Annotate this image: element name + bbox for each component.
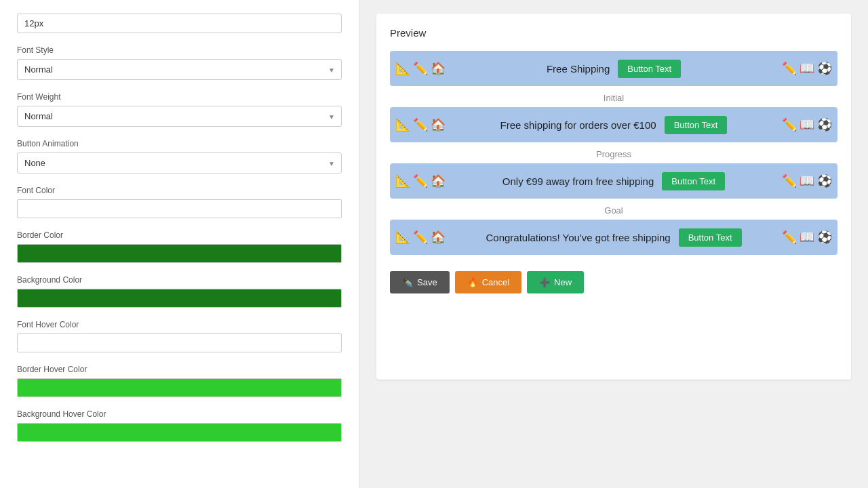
- pencil-right-icon-3: ✏️: [782, 174, 797, 188]
- font-style-select-wrapper: Normal Italic Oblique ▼: [17, 59, 342, 80]
- pencil-right-icon-2: ✏️: [782, 117, 797, 132]
- soccer-icon: ⚽: [817, 61, 832, 76]
- banner-wrapper-progress: 📐 ✏️ 🏠 Only €99 away from free shipping …: [390, 163, 837, 199]
- pencil-right-icon: ✏️: [782, 61, 797, 76]
- background-color-group: Background Color: [17, 275, 342, 308]
- save-button[interactable]: ✒️ Save: [390, 271, 450, 293]
- banner-button-goal[interactable]: Button Text: [679, 228, 742, 247]
- font-style-label: Font Style: [17, 45, 342, 55]
- button-animation-label: Button Animation: [17, 139, 342, 148]
- background-hover-color-label: Background Hover Color: [17, 409, 342, 419]
- section-label-goal: Goal: [390, 205, 837, 216]
- cancel-label: Cancel: [482, 277, 509, 287]
- action-buttons: ✒️ Save 🔥 Cancel ➕ New: [390, 271, 837, 293]
- banner-icons-right-2: ✏️ 📖 ⚽: [782, 117, 832, 132]
- ruler-icon-4: 📐: [395, 230, 410, 245]
- new-icon: ➕: [539, 277, 550, 287]
- border-hover-color-group: Border Hover Color: [17, 365, 342, 397]
- house-icon-3: 🏠: [431, 174, 446, 188]
- banner-text-progress: Only €99 away from free shipping: [502, 176, 654, 187]
- font-hover-color-group: Font Hover Color: [17, 320, 342, 352]
- background-color-swatch[interactable]: [17, 289, 342, 308]
- banner-icons-left-2: 📐 ✏️ 🏠: [395, 117, 446, 132]
- background-color-label: Background Color: [17, 275, 342, 285]
- font-hover-color-swatch[interactable]: [17, 333, 342, 352]
- font-weight-select-wrapper: Normal Bold Lighter Bolder ▼: [17, 106, 342, 127]
- banner-text-free-shipping: Free Shipping: [547, 63, 610, 75]
- right-panel: Preview 📐 ✏️ 🏠 Free Shipping Button Text…: [359, 0, 868, 488]
- house-icon-4: 🏠: [431, 230, 446, 245]
- border-hover-color-label: Border Hover Color: [17, 365, 342, 374]
- preview-title: Preview: [390, 27, 837, 39]
- font-weight-select[interactable]: Normal Bold Lighter Bolder: [17, 106, 342, 127]
- font-weight-group: Font Weight Normal Bold Lighter Bolder ▼: [17, 92, 342, 127]
- banner-icons-left-3: 📐 ✏️ 🏠: [395, 174, 446, 188]
- banner-wrapper-goal: 📐 ✏️ 🏠 Congratulations! You've got free …: [390, 220, 837, 255]
- font-hover-color-label: Font Hover Color: [17, 320, 342, 329]
- pencil-icon-4: ✏️: [413, 230, 428, 245]
- house-icon: 🏠: [431, 61, 446, 76]
- ruler-icon-3: 📐: [395, 174, 410, 188]
- border-color-label: Border Color: [17, 230, 342, 240]
- font-style-select[interactable]: Normal Italic Oblique: [17, 59, 342, 80]
- border-color-swatch[interactable]: [17, 244, 342, 263]
- preview-card: Preview 📐 ✏️ 🏠 Free Shipping Button Text…: [376, 14, 851, 380]
- banner-initial: 📐 ✏️ 🏠 Free shipping for orders over €10…: [390, 107, 837, 142]
- font-color-swatch[interactable]: [17, 199, 342, 218]
- pencil-icon-2: ✏️: [413, 117, 428, 132]
- soccer-icon-4: ⚽: [817, 230, 832, 245]
- cancel-button[interactable]: 🔥 Cancel: [455, 271, 521, 293]
- soccer-icon-2: ⚽: [817, 117, 832, 132]
- border-hover-color-swatch[interactable]: [17, 378, 342, 397]
- banner-button-progress[interactable]: Button Text: [662, 172, 725, 190]
- banner-text-initial: Free shipping for orders over €100: [500, 119, 656, 131]
- font-color-label: Font Color: [17, 186, 342, 195]
- pencil-icon-3: ✏️: [413, 174, 428, 188]
- banner-wrapper-free-shipping: 📐 ✏️ 🏠 Free Shipping Button Text ✏️ 📖 ⚽: [390, 51, 837, 86]
- banner-free-shipping: 📐 ✏️ 🏠 Free Shipping Button Text ✏️ 📖 ⚽: [390, 51, 837, 86]
- button-animation-group: Button Animation None Pulse Shake Bounce…: [17, 139, 342, 174]
- button-animation-select[interactable]: None Pulse Shake Bounce: [17, 152, 342, 174]
- ruler-icon: 📐: [395, 61, 410, 76]
- background-hover-color-swatch[interactable]: [17, 423, 342, 442]
- font-weight-label: Font Weight: [17, 92, 342, 102]
- font-color-group: Font Color: [17, 186, 342, 218]
- section-label-progress: Progress: [390, 149, 837, 159]
- book-icon-4: 📖: [800, 230, 814, 245]
- banner-text-goal: Congratulations! You've got free shippin…: [486, 232, 670, 243]
- book-icon-2: 📖: [800, 117, 814, 132]
- save-icon: ✒️: [402, 277, 413, 287]
- save-label: Save: [417, 277, 437, 287]
- banner-icons-right-4: ✏️ 📖 ⚽: [782, 230, 832, 245]
- banner-goal: 📐 ✏️ 🏠 Congratulations! You've got free …: [390, 220, 837, 255]
- border-color-group: Border Color: [17, 230, 342, 263]
- font-size-group: 12px: [17, 14, 342, 33]
- house-icon-2: 🏠: [431, 117, 446, 132]
- banner-icons-left-4: 📐 ✏️ 🏠: [395, 230, 446, 245]
- banner-button-free-shipping[interactable]: Button Text: [618, 60, 681, 78]
- banner-wrapper-initial: 📐 ✏️ 🏠 Free shipping for orders over €10…: [390, 107, 837, 142]
- banner-icons-right-3: ✏️ 📖 ⚽: [782, 174, 832, 188]
- banner-icons-right-1: ✏️ 📖 ⚽: [782, 61, 832, 76]
- button-animation-select-wrapper: None Pulse Shake Bounce ▼: [17, 152, 342, 174]
- banner-button-initial[interactable]: Button Text: [665, 116, 728, 134]
- book-icon-3: 📖: [800, 174, 814, 188]
- new-label: New: [554, 277, 572, 287]
- soccer-icon-3: ⚽: [817, 174, 832, 188]
- background-hover-color-group: Background Hover Color: [17, 409, 342, 442]
- new-button[interactable]: ➕ New: [527, 271, 584, 293]
- font-size-input[interactable]: 12px: [17, 14, 342, 33]
- book-icon: 📖: [800, 61, 814, 76]
- section-label-initial: Initial: [390, 93, 837, 103]
- pencil-icon: ✏️: [413, 61, 428, 76]
- font-style-group: Font Style Normal Italic Oblique ▼: [17, 45, 342, 80]
- banner-icons-left-1: 📐 ✏️ 🏠: [395, 61, 446, 76]
- settings-panel: 12px Font Style Normal Italic Oblique ▼ …: [0, 0, 359, 488]
- banner-progress: 📐 ✏️ 🏠 Only €99 away from free shipping …: [390, 163, 837, 199]
- cancel-icon: 🔥: [467, 277, 478, 287]
- pencil-right-icon-4: ✏️: [782, 230, 797, 245]
- ruler-icon-2: 📐: [395, 117, 410, 132]
